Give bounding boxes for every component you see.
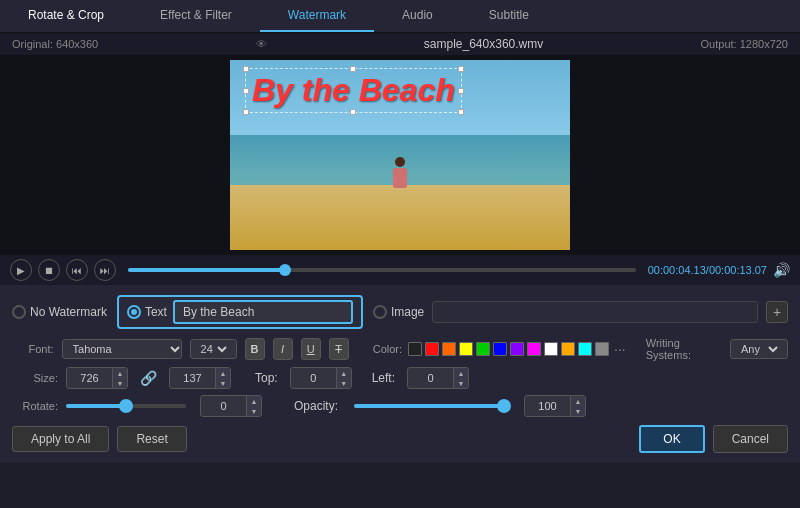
color-swatch-red[interactable] (425, 342, 439, 356)
image-radio[interactable]: Image (373, 305, 424, 319)
font-size-dropdown[interactable]: 24 18 32 48 (197, 342, 230, 356)
top-spinbox[interactable]: ▲ ▼ (290, 367, 352, 389)
cancel-button[interactable]: Cancel (713, 425, 788, 453)
rotate-spinbox[interactable]: ▲ ▼ (200, 395, 262, 417)
top-up-arrow[interactable]: ▲ (337, 368, 351, 378)
opacity-thumb[interactable] (497, 399, 511, 413)
font-row: Font: Tahoma Arial Times New Roman 24 18… (12, 337, 788, 361)
no-watermark-radio[interactable]: No Watermark (12, 305, 107, 319)
tab-audio[interactable]: Audio (374, 0, 461, 32)
handle-mid-left[interactable] (243, 88, 249, 94)
volume-icon[interactable]: 🔊 (773, 262, 790, 278)
rotate-thumb[interactable] (119, 399, 133, 413)
tab-effect-filter[interactable]: Effect & Filter (132, 0, 260, 32)
underline-button[interactable]: U (301, 338, 321, 360)
left-input[interactable] (408, 370, 453, 386)
left-up-arrow[interactable]: ▲ (454, 368, 468, 378)
link-dimensions-icon[interactable]: 🔗 (140, 370, 157, 386)
tab-watermark[interactable]: Watermark (260, 0, 374, 32)
color-swatch-cyan[interactable] (578, 342, 592, 356)
left-spinbox[interactable]: ▲ ▼ (407, 367, 469, 389)
next-button[interactable]: ⏭ (94, 259, 116, 281)
writing-systems-dropdown[interactable]: Any Latin CJK (737, 342, 781, 356)
opacity-down-arrow[interactable]: ▼ (571, 406, 585, 416)
tab-subtitle[interactable]: Subtitle (461, 0, 557, 32)
handle-top-left[interactable] (243, 66, 249, 72)
width-up-arrow[interactable]: ▲ (113, 368, 127, 378)
width-down-arrow[interactable]: ▼ (113, 378, 127, 388)
watermark-overlay[interactable]: By the Beach (245, 68, 462, 113)
strikethrough-button[interactable]: T (329, 338, 349, 360)
rotate-opacity-row: Rotate: ▲ ▼ Opacity: ▲ ▼ (12, 395, 788, 417)
handle-bottom-left[interactable] (243, 109, 249, 115)
writing-systems-select[interactable]: Any Latin CJK (730, 339, 788, 359)
color-swatch-white[interactable] (544, 342, 558, 356)
color-label: Color: (373, 343, 402, 355)
apply-to-all-button[interactable]: Apply to All (12, 426, 109, 452)
header-bar: Original: 640x360 👁 sample_640x360.wmv O… (0, 33, 800, 55)
top-arrows: ▲ ▼ (336, 368, 351, 388)
seek-thumb[interactable] (279, 264, 291, 276)
color-swatch-yellow[interactable] (459, 342, 473, 356)
color-swatch-pink[interactable] (527, 342, 541, 356)
rotate-down-arrow[interactable]: ▼ (247, 406, 261, 416)
font-size-select[interactable]: 24 18 32 48 (190, 339, 237, 359)
image-radio-circle[interactable] (373, 305, 387, 319)
watermark-text-input[interactable] (173, 300, 353, 324)
height-input[interactable] (170, 370, 215, 386)
height-down-arrow[interactable]: ▼ (216, 378, 230, 388)
width-spinbox[interactable]: ▲ ▼ (66, 367, 128, 389)
font-family-dropdown[interactable]: Tahoma Arial Times New Roman (69, 342, 183, 356)
ok-button[interactable]: OK (639, 425, 704, 453)
opacity-up-arrow[interactable]: ▲ (571, 396, 585, 406)
italic-button[interactable]: I (273, 338, 293, 360)
play-button[interactable]: ▶ (10, 259, 32, 281)
no-watermark-radio-circle[interactable] (12, 305, 26, 319)
prev-button[interactable]: ⏮ (66, 259, 88, 281)
height-spinbox[interactable]: ▲ ▼ (169, 367, 231, 389)
opacity-slider[interactable] (354, 404, 504, 408)
text-radio[interactable]: Text (127, 305, 167, 319)
text-watermark-section: Text (117, 295, 363, 329)
add-image-button[interactable]: + (766, 301, 788, 323)
width-input[interactable] (67, 370, 112, 386)
color-swatch-orange[interactable] (442, 342, 456, 356)
height-up-arrow[interactable]: ▲ (216, 368, 230, 378)
handle-top-right[interactable] (458, 66, 464, 72)
color-swatch-purple[interactable] (510, 342, 524, 356)
handle-bottom-right[interactable] (458, 109, 464, 115)
left-down-arrow[interactable]: ▼ (454, 378, 468, 388)
opacity-arrows: ▲ ▼ (570, 396, 585, 416)
color-swatch-black[interactable] (408, 342, 422, 356)
handle-top-mid[interactable] (350, 66, 356, 72)
top-down-arrow[interactable]: ▼ (337, 378, 351, 388)
opacity-spinbox[interactable]: ▲ ▼ (524, 395, 586, 417)
color-swatch-green[interactable] (476, 342, 490, 356)
font-family-select[interactable]: Tahoma Arial Times New Roman (62, 339, 182, 359)
color-swatch-blue[interactable] (493, 342, 507, 356)
preview-area: By the Beach (0, 55, 800, 255)
rotate-input[interactable] (201, 398, 246, 414)
reset-button[interactable]: Reset (117, 426, 186, 452)
watermark-text-display: By the Beach (252, 72, 455, 108)
text-radio-circle[interactable] (127, 305, 141, 319)
rotate-slider[interactable] (66, 404, 186, 408)
bottom-row: Apply to All Reset OK Cancel (12, 425, 788, 453)
tab-rotate-crop[interactable]: Rotate & Crop (0, 0, 132, 32)
stop-button[interactable]: ⏹ (38, 259, 60, 281)
opacity-fill (354, 404, 504, 408)
more-colors-button[interactable]: ··· (612, 341, 628, 357)
opacity-input[interactable] (525, 398, 570, 414)
rotate-up-arrow[interactable]: ▲ (247, 396, 261, 406)
width-arrows: ▲ ▼ (112, 368, 127, 388)
image-path-input[interactable] (432, 301, 758, 323)
color-swatch-gold[interactable] (561, 342, 575, 356)
handle-mid-right[interactable] (458, 88, 464, 94)
color-swatch-gray[interactable] (595, 342, 609, 356)
top-input[interactable] (291, 370, 336, 386)
seek-bar[interactable] (128, 268, 636, 272)
bold-button[interactable]: B (245, 338, 265, 360)
eye-icon[interactable]: 👁 (256, 38, 267, 50)
file-name: sample_640x360.wmv (424, 37, 543, 51)
handle-bottom-mid[interactable] (350, 109, 356, 115)
